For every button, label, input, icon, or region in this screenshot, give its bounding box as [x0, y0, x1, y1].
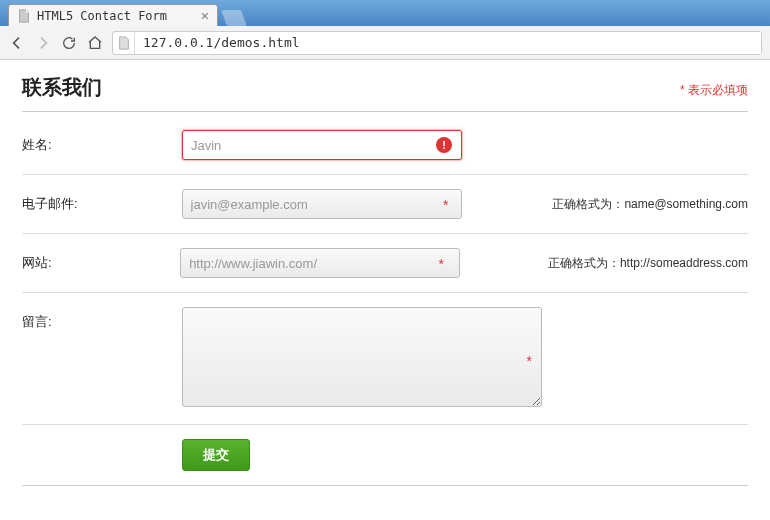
message-input[interactable] — [182, 307, 542, 407]
error-icon: ! — [436, 137, 452, 153]
required-hint: * 表示必填项 — [680, 82, 748, 99]
name-label: 姓名: — [22, 130, 182, 154]
site-icon — [113, 32, 135, 54]
tab-title: HTML5 Contact Form — [37, 9, 195, 23]
submit-button[interactable]: 提交 — [182, 439, 250, 471]
forward-icon[interactable] — [34, 34, 52, 52]
browser-tabstrip: HTML5 Contact Form × — [0, 0, 770, 26]
browser-toolbar — [0, 26, 770, 60]
message-label: 留言: — [22, 307, 182, 331]
email-hint: 正确格式为：name@something.com — [552, 189, 748, 213]
address-bar[interactable] — [112, 31, 762, 55]
website-hint: 正确格式为：http://someaddress.com — [548, 248, 748, 272]
page-icon — [17, 9, 31, 23]
required-star: * — [443, 197, 448, 213]
form-row-email: 电子邮件: * 正确格式为：name@something.com — [22, 175, 748, 234]
email-label: 电子邮件: — [22, 189, 182, 213]
form-row-message: 留言: * — [22, 293, 748, 425]
website-input[interactable] — [180, 248, 460, 278]
new-tab-button[interactable] — [221, 10, 247, 26]
required-star: * — [527, 353, 532, 369]
home-icon[interactable] — [86, 34, 104, 52]
form-row-website: 网站: * 正确格式为：http://someaddress.com — [22, 234, 748, 293]
name-input[interactable] — [182, 130, 462, 160]
back-icon[interactable] — [8, 34, 26, 52]
browser-tab[interactable]: HTML5 Contact Form × — [8, 4, 218, 26]
email-input[interactable] — [182, 189, 462, 219]
form-row-name: 姓名: ! — [22, 116, 748, 175]
url-input[interactable] — [135, 32, 761, 54]
close-icon[interactable]: × — [201, 9, 209, 23]
form-row-submit: 提交 — [22, 425, 748, 486]
website-label: 网站: — [22, 248, 180, 272]
page-title: 联系我们 — [22, 74, 102, 101]
reload-icon[interactable] — [60, 34, 78, 52]
required-star: * — [438, 256, 443, 272]
